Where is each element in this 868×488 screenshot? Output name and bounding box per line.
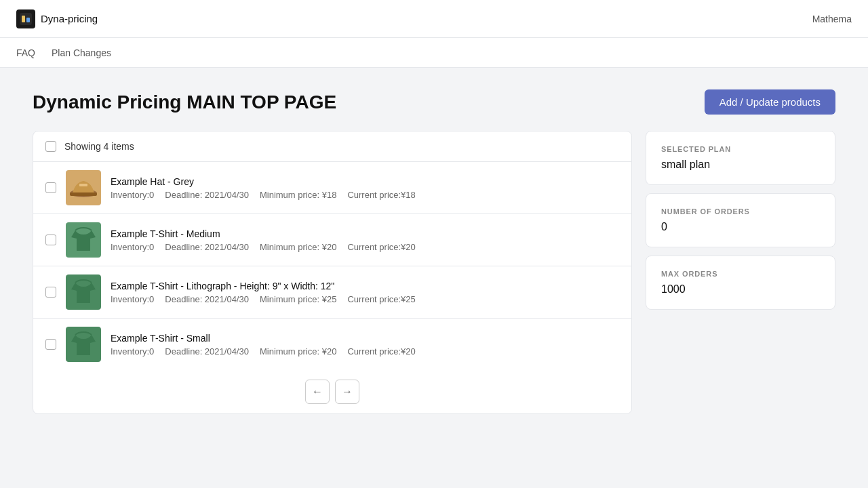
product-checkbox-3[interactable] (45, 339, 56, 350)
product-currentprice-3: Current price:¥20 (347, 346, 415, 357)
product-meta-3: Inventory:0 Deadline: 2021/04/30 Minimum… (111, 346, 619, 357)
products-panel: Showing 4 items Example Hat - Grey Inven… (33, 131, 632, 414)
page-header: Dynamic Pricing MAIN TOP PAGE Add / Upda… (33, 89, 835, 115)
product-meta-1: Inventory:0 Deadline: 2021/04/30 Minimum… (111, 242, 619, 252)
product-row: Example Hat - Grey Inventory:0 Deadline:… (33, 162, 631, 214)
product-row: Example T-Shirt - Lithograph - Height: 9… (33, 266, 631, 319)
nav-plan-changes[interactable]: Plan Changes (52, 45, 111, 61)
product-checkbox-0[interactable] (45, 182, 56, 193)
product-checkbox-2[interactable] (45, 287, 56, 298)
app-name: Dyna-pricing (41, 13, 98, 24)
max-orders-label: MAX ORDERS (661, 270, 820, 278)
product-name-0: Example Hat - Grey (111, 176, 619, 187)
product-info-3: Example T-Shirt - Small Inventory:0 Dead… (111, 333, 619, 357)
selected-plan-label: SELECTED PLAN (661, 145, 820, 153)
product-deadline-2: Deadline: 2021/04/30 (165, 294, 249, 304)
product-info-2: Example T-Shirt - Lithograph - Height: 9… (111, 281, 619, 304)
products-header: Showing 4 items (33, 131, 631, 162)
page-title: Dynamic Pricing MAIN TOP PAGE (33, 92, 336, 113)
product-meta-0: Inventory:0 Deadline: 2021/04/30 Minimum… (111, 190, 619, 200)
product-name-1: Example T-Shirt - Medium (111, 228, 619, 239)
product-name-2: Example T-Shirt - Lithograph - Height: 9… (111, 281, 619, 291)
nav-bar: FAQ Plan Changes (0, 38, 868, 68)
product-minprice-1: Minimum price: ¥20 (260, 242, 336, 252)
app-logo (16, 9, 35, 28)
product-checkbox-1[interactable] (45, 235, 56, 245)
product-name-3: Example T-Shirt - Small (111, 333, 619, 344)
product-inventory-1: Inventory:0 (111, 242, 154, 252)
max-orders-card: MAX ORDERS 1000 (646, 256, 835, 310)
content-layout: Showing 4 items Example Hat - Grey Inven… (33, 131, 835, 414)
svg-rect-0 (20, 13, 32, 25)
header-user: Mathema (812, 14, 852, 24)
product-image-3 (66, 327, 101, 362)
svg-rect-6 (79, 184, 87, 186)
product-deadline-0: Deadline: 2021/04/30 (165, 190, 249, 200)
product-inventory-3: Inventory:0 (111, 346, 154, 357)
product-meta-2: Inventory:0 Deadline: 2021/04/30 Minimum… (111, 294, 619, 304)
product-minprice-2: Minimum price: ¥25 (260, 294, 336, 304)
selected-plan-value: small plan (661, 159, 820, 171)
num-orders-label: NUMBER OF ORDERS (661, 207, 820, 216)
product-deadline-1: Deadline: 2021/04/30 (165, 242, 249, 252)
product-list: Example Hat - Grey Inventory:0 Deadline:… (33, 162, 631, 370)
svg-rect-5 (70, 192, 97, 196)
prev-page-button[interactable]: ← (305, 380, 330, 404)
arrow-left-icon: ← (312, 386, 323, 398)
product-row: Example T-Shirt - Medium Inventory:0 Dea… (33, 214, 631, 266)
product-minprice-0: Minimum price: ¥18 (260, 190, 336, 200)
num-orders-card: NUMBER OF ORDERS 0 (646, 193, 835, 247)
num-orders-value: 0 (661, 221, 820, 233)
product-currentprice-0: Current price:¥18 (347, 190, 415, 200)
product-row: Example T-Shirt - Small Inventory:0 Dead… (33, 319, 631, 370)
app-header: Dyna-pricing Mathema (0, 0, 868, 38)
product-image-0 (66, 170, 101, 205)
selected-plan-card: SELECTED PLAN small plan (646, 131, 835, 185)
max-orders-value: 1000 (661, 283, 820, 296)
product-image-2 (66, 274, 101, 310)
product-info-1: Example T-Shirt - Medium Inventory:0 Dea… (111, 228, 619, 252)
next-page-button[interactable]: → (335, 380, 359, 404)
product-info-0: Example Hat - Grey Inventory:0 Deadline:… (111, 176, 619, 200)
side-panel: SELECTED PLAN small plan NUMBER OF ORDER… (646, 131, 835, 310)
svg-rect-2 (26, 18, 30, 22)
product-currentprice-1: Current price:¥20 (347, 242, 415, 252)
product-minprice-3: Minimum price: ¥20 (260, 346, 336, 357)
showing-label: Showing 4 items (64, 141, 134, 152)
header-left: Dyna-pricing (16, 9, 98, 28)
product-image-1 (66, 222, 101, 258)
select-all-checkbox[interactable] (45, 141, 56, 152)
pagination: ← → (33, 370, 631, 413)
product-currentprice-2: Current price:¥25 (347, 294, 415, 304)
add-products-button[interactable]: Add / Update products (705, 89, 835, 115)
arrow-right-icon: → (342, 386, 353, 398)
svg-rect-1 (22, 16, 25, 22)
product-inventory-2: Inventory:0 (111, 294, 154, 304)
nav-faq[interactable]: FAQ (16, 45, 35, 61)
main-content: Dynamic Pricing MAIN TOP PAGE Add / Upda… (0, 68, 868, 436)
product-deadline-3: Deadline: 2021/04/30 (165, 346, 249, 357)
product-inventory-0: Inventory:0 (111, 190, 154, 200)
